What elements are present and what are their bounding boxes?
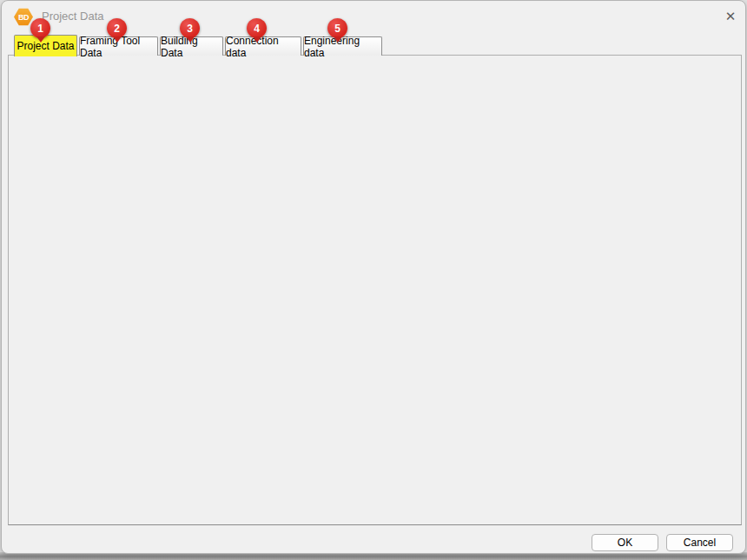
annotation-badge-5: 5: [327, 18, 347, 38]
cancel-button[interactable]: Cancel: [666, 534, 733, 551]
close-icon: ✕: [725, 9, 737, 24]
app-icon: BD: [14, 8, 33, 26]
close-button[interactable]: ✕: [719, 5, 742, 28]
tab-label: Connection data: [226, 35, 301, 59]
ok-button[interactable]: OK: [592, 534, 658, 551]
tab-project-data[interactable]: Project Data: [14, 35, 77, 56]
annotation-badge-1: 1: [30, 18, 50, 38]
window-title: Project Data: [42, 10, 104, 23]
tab-engineering-data[interactable]: Engineering data: [303, 36, 382, 56]
annotation-badge-4: 4: [247, 18, 267, 38]
desktop: BD Project Data ✕ Project Data Framing T…: [0, 0, 747, 560]
tab-label: Engineering data: [304, 35, 381, 59]
project-data-dialog: BD Project Data ✕ Project Data Framing T…: [1, 0, 746, 554]
tab-connection-data[interactable]: Connection data: [225, 36, 301, 56]
tab-page-panel: [8, 55, 742, 525]
annotation-badge-2: 2: [107, 18, 127, 38]
tab-label: Project Data: [17, 40, 74, 52]
annotation-badge-3: 3: [180, 18, 200, 38]
